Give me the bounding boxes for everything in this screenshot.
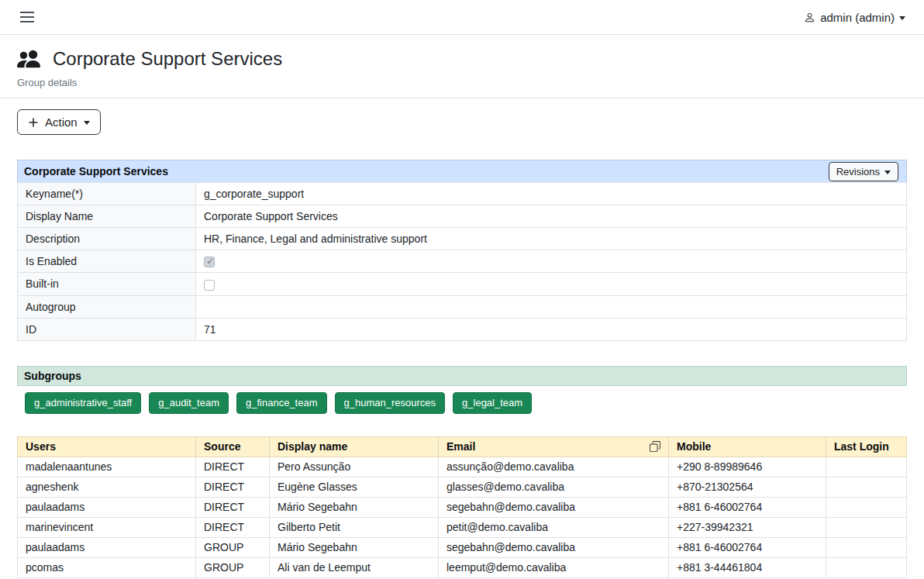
user-cell: petit@demo.cavaliba [439,517,669,537]
user-cell: +227-39942321 [669,517,826,537]
details-row: DescriptionHR, Finance, Legal and admini… [18,228,907,250]
user-menu[interactable]: admin (admin) [804,11,905,24]
caret-down-icon [84,121,90,125]
field-label: ID [18,318,196,340]
users-table-header-row: UsersSourceDisplay nameEmailMobileLast L… [18,436,907,457]
user-cell: Pero Assunção [270,457,439,477]
details-row: Keyname(*)g_corporate_support [18,183,907,205]
user-cell: leemput@demo.cavaliba [439,557,669,577]
details-panel-header: Corporate Support Services Revisions [17,160,907,183]
field-value: Corporate Support Services [196,205,907,228]
user-cell: paulaadams [18,537,196,557]
details-row: Built-in [18,273,907,295]
column-header-users: Users [18,436,196,457]
subgroups-panel-header: Subgroups [17,366,907,386]
column-header-display-name: Display name [270,436,439,457]
group-details-panel: Corporate Support Services Revisions Key… [17,160,907,341]
user-cell: pcomas [18,557,196,577]
user-row: agneshenkDIRECTEugène Glassesglasses@dem… [18,477,907,497]
people-icon [17,47,40,71]
field-label: Built-in [18,273,196,295]
user-cell [826,537,907,557]
page-subtitle: Group details [17,77,907,88]
user-cell: DIRECT [196,477,270,497]
user-cell: +881 3-44461804 [669,557,826,577]
user-cell: marinevincent [18,517,196,537]
page-header: Corporate Support Services Group details [0,35,924,98]
user-label: admin (admin) [820,11,895,24]
field-label: Description [18,228,196,250]
caret-down-icon [899,16,905,20]
column-header-email: Email [439,436,669,457]
field-label: Display Name [18,205,196,228]
column-label: Mobile [677,440,711,453]
subgroups-title: Subgroups [24,370,81,382]
plus-icon [28,117,39,128]
column-header-last-login: Last Login [826,436,907,457]
user-cell: paulaadams [18,497,196,517]
user-row: madalenaantunesDIRECTPero Assunçãoassunç… [18,457,907,477]
unchecked-checkbox [204,280,215,291]
subgroup-badges: g_administrative_staffg_audit_teamg_fina… [17,386,907,419]
user-cell: glasses@demo.cavaliba [439,477,669,497]
user-cell: Mário Segebahn [270,537,439,557]
field-value [196,273,907,295]
revisions-label: Revisions [836,166,880,177]
caret-down-icon [884,171,891,174]
user-cell: Gilberto Petit [270,517,439,537]
field-value: HR, Finance, Legal and administrative su… [196,228,907,250]
user-cell [826,497,907,517]
main-content: Action Corporate Support Services Revisi… [0,98,924,578]
field-label: Is Enabled [18,250,196,273]
user-row: pcomasGROUPAli van de Leemputleemput@dem… [18,557,907,577]
user-cell: Mário Segebahn [270,497,439,517]
copy-icon[interactable] [650,441,660,452]
subgroup-badge[interactable]: g_finance_team [236,392,327,414]
details-panel-title: Corporate Support Services [24,165,168,177]
field-value [196,250,907,273]
subgroups-panel: Subgroups g_administrative_staffg_audit_… [17,366,907,419]
user-cell: GROUP [196,537,270,557]
user-cell: GROUP [196,557,270,577]
field-label: Keyname(*) [18,183,196,205]
action-button[interactable]: Action [17,109,101,135]
details-row: ID71 [18,318,907,340]
user-cell: +870-21302564 [669,477,826,497]
subgroup-badge[interactable]: g_audit_team [149,392,229,414]
revisions-button[interactable]: Revisions [829,162,898,181]
user-row: marinevincentDIRECTGilberto Petitpetit@d… [18,517,907,537]
user-cell: +881 6-46002764 [669,537,826,557]
column-label: Email [446,440,475,453]
user-row: paulaadamsGROUPMário Segebahnsegebahn@de… [18,537,907,557]
user-cell: +290 8-89989646 [669,457,826,477]
user-cell: segebahn@demo.cavaliba [439,537,669,557]
subgroup-badge[interactable]: g_administrative_staff [25,392,141,414]
menu-icon[interactable] [19,9,36,26]
user-cell: +881 6-46002764 [669,497,826,517]
column-label: Users [26,440,56,453]
subgroup-badge[interactable]: g_human_resources [335,392,446,414]
column-label: Source [204,440,240,453]
user-cell: madalenaantunes [18,457,196,477]
column-label: Last Login [834,440,889,453]
field-value [196,295,907,318]
user-cell: Eugène Glasses [270,477,439,497]
person-icon [804,12,815,23]
users-table: UsersSourceDisplay nameEmailMobileLast L… [17,436,907,578]
user-cell: Ali van de Leemput [270,557,439,577]
topbar: admin (admin) [0,0,924,35]
details-row: Autogroup [18,295,907,318]
group-details-table: Keyname(*)g_corporate_supportDisplay Nam… [17,182,907,341]
details-row: Is Enabled [18,250,907,273]
user-cell: assunção@demo.cavaliba [439,457,669,477]
user-cell: DIRECT [196,497,270,517]
checked-checkbox [204,257,215,267]
user-cell: DIRECT [196,457,270,477]
user-cell [826,557,907,577]
subgroup-badge[interactable]: g_legal_team [453,392,532,414]
field-value: 71 [196,318,907,340]
column-header-source: Source [196,436,270,457]
user-cell [826,457,907,477]
column-header-mobile: Mobile [669,436,826,457]
action-label: Action [45,115,78,129]
